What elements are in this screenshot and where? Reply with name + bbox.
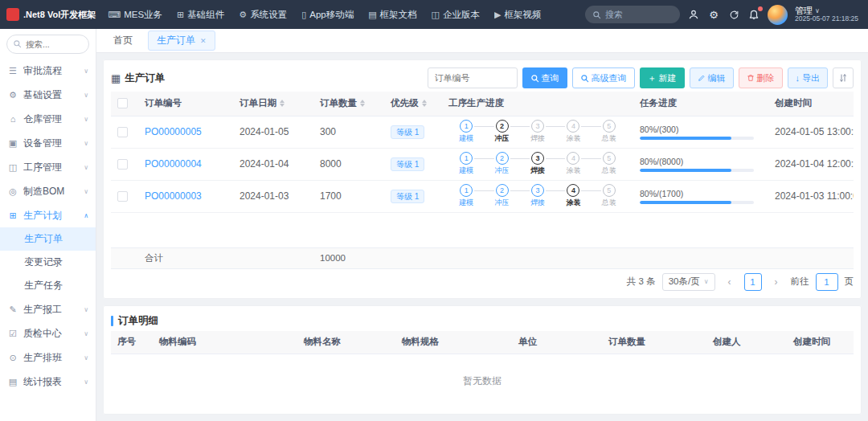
refresh-icon[interactable] [727,8,740,21]
toolbar: 查询 高级查询 ＋ 新建 [428,67,854,88]
avatar[interactable] [768,5,788,25]
create-button[interactable]: ＋ 新建 [640,67,685,88]
topnav-item-app[interactable]: ▯App移动端 [294,0,361,29]
step-label: 建模 [459,133,473,144]
order-no-link[interactable]: PO00000005 [145,126,202,137]
sidebar-item-schedule[interactable]: ⊙生产排班∨ [0,345,96,370]
pencil-icon [698,74,706,82]
bom-icon: ◎ [7,186,18,197]
app-window: .Net8 Vol开发框架 ⌨MES业务⊞基础组件⚙系统设置▯App移动端▤框架… [0,0,868,421]
order-no-link[interactable]: PO00000003 [145,190,202,202]
detail-column-label: 单位 [518,337,537,346]
sidebar-item-device[interactable]: ▣设备管理∨ [0,131,96,155]
step-label: 冲压 [495,198,510,208]
sys-icon: ⚙ [239,10,247,20]
sidebar-item-report[interactable]: ✎生产报工∨ [0,297,96,321]
step-label: 涂装 [566,166,580,176]
page-body: ▦ 生产订单 查询 高级查询 [96,53,868,421]
sidebar-item-base[interactable]: ⚙基础设置∨ [0,83,96,107]
chevron-down-icon: ∨ [84,378,88,386]
edit-button[interactable]: 编辑 [690,67,734,88]
step-label: 涂装 [566,133,580,144]
search-icon [592,10,601,19]
row-checkbox[interactable] [117,159,128,170]
sidebar-subitem-order[interactable]: 生产订单 [0,227,96,251]
prev-page-button[interactable]: ‹ [722,274,738,290]
topbar: .Net8 Vol开发框架 ⌨MES业务⊞基础组件⚙系统设置▯App移动端▤框架… [0,0,868,29]
schedule-icon: ⊙ [7,353,18,363]
chevron-down-icon: ∨ [84,306,88,313]
order-no-filter-input[interactable] [428,67,518,88]
current-page[interactable]: 1 [744,273,762,291]
column-header: 订单编号 [145,97,182,109]
gear-icon[interactable]: ⚙ [707,8,720,21]
page-size-select[interactable]: 30条/页 ∨ [662,273,715,291]
topnav-item-comp[interactable]: ⊞基础组件 [170,0,231,29]
sidebar-item-bom[interactable]: ◎制造BOM∨ [0,179,96,203]
stats-icon: ▤ [7,377,18,387]
sidebar-item-label: 仓库管理 [23,112,79,126]
tab-home[interactable]: 首页 [104,31,141,51]
sidebar-item-label: 工序管理 [23,161,79,174]
table-row: PO000000042024-01-048000等级 11建模2冲压3焊接4涂装… [111,148,854,180]
row-checkbox[interactable] [117,191,128,202]
chevron-down-icon: ∨ [84,116,88,123]
close-icon[interactable]: ✕ [200,37,207,45]
chevron-down-icon: ∨ [84,188,88,195]
topbar-search[interactable]: 搜索 [585,6,680,23]
topnav-item-mes[interactable]: ⌨MES业务 [100,0,170,29]
advanced-query-button-label: 高级查询 [592,72,627,84]
step-number: 4 [567,152,579,165]
detail-title: 订单明细 [118,314,158,328]
user-icon[interactable] [687,8,700,21]
tab-order[interactable]: 生产订单✕ [148,31,215,51]
sort-icon[interactable] [280,100,285,107]
orders-panel: ▦ 生产订单 查询 高级查询 [103,59,862,299]
sidebar-item-plan[interactable]: ⊞生产计划∧ [0,203,96,227]
query-button[interactable]: 查询 [522,67,567,88]
goto-page-input[interactable]: 1 [816,273,838,291]
table-settings-button[interactable] [833,67,854,88]
row-checkbox[interactable] [117,127,128,137]
topnav-item-ent[interactable]: ◫企业版本 [424,0,487,29]
sidebar-item-approval[interactable]: ☰审批流程∨ [0,59,96,83]
sidebar-item-stats[interactable]: ▤统计报表∨ [0,370,96,394]
sidebar-search [6,35,89,54]
step-label: 冲压 [495,166,510,176]
next-page-button[interactable]: › [768,274,784,290]
progress-text: 80%/(1700) [640,189,754,198]
sidebar-subitem-task[interactable]: 生产任务 [0,274,96,297]
chevron-down-icon: ∨ [84,67,88,75]
step-3: 3焊接 [520,184,555,208]
topnav-item-video[interactable]: ▶框架视频 [487,0,548,29]
order-no-link[interactable]: PO00000004 [145,158,202,170]
step-2: 2冲压 [484,184,519,208]
sidebar-item-label: 基础设置 [23,88,79,102]
orders-title: 生产订单 [125,72,165,85]
sort-icon[interactable] [422,100,427,107]
sort-icon[interactable] [360,100,365,107]
sidebar-item-qc[interactable]: ☑质检中心∨ [0,321,96,345]
sidebar-item-warehouse[interactable]: ⌂仓库管理∨ [0,107,96,131]
top-nav: ⌨MES业务⊞基础组件⚙系统设置▯App移动端▤框架文档◫企业版本▶框架视频 [100,0,585,29]
topbar-right: 搜索 ⚙ 管理 ∨ 2025-05-07 21:18:25 [585,5,868,25]
topnav-label: MES业务 [124,9,162,21]
order-date: 2024-01-04 [240,158,289,170]
step-number: 3 [531,120,544,133]
delete-button[interactable]: 删除 [739,67,783,88]
topnav-label: 框架视频 [504,9,541,21]
progress-fill [640,169,731,172]
sidebar-item-process[interactable]: ◫工序管理∨ [0,155,96,179]
step-number: 1 [460,184,473,197]
topnav-item-doc[interactable]: ▤框架文档 [361,0,424,29]
step-label: 总装 [602,166,616,176]
comp-icon: ⊞ [177,10,184,20]
bell-icon[interactable] [747,8,760,21]
select-all-checkbox[interactable] [117,98,128,108]
advanced-query-button[interactable]: 高级查询 [572,67,635,88]
sidebar-subitem-change[interactable]: 变更记录 [0,251,96,274]
export-button[interactable]: ↓ 导出 [788,67,829,88]
topnav-item-sys[interactable]: ⚙系统设置 [231,0,294,29]
user-menu[interactable]: 管理 ∨ 2025-05-07 21:18:25 [795,6,858,23]
step-number: 4 [567,120,579,133]
